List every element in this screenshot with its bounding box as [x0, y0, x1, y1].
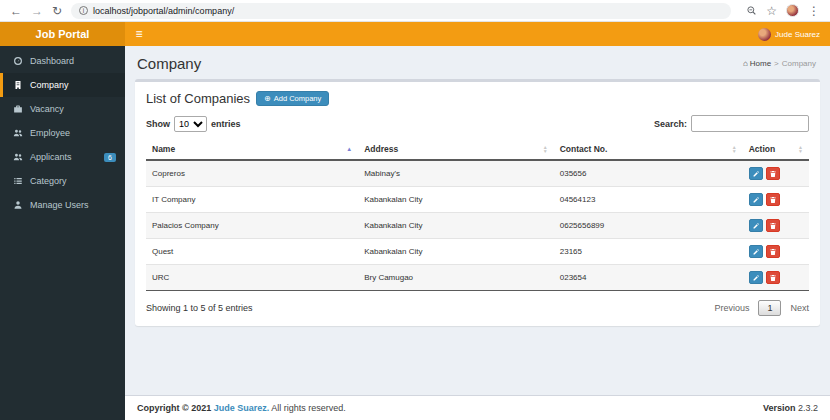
users-icon [13, 152, 23, 162]
edit-button[interactable] [749, 271, 763, 284]
address-bar[interactable]: i localhost/jobportal/admin/company/ [71, 3, 731, 19]
cell-address: Bry Camugao [358, 265, 554, 291]
cell-name: Palacios Company [146, 213, 358, 239]
browser-toolbar: ← → ↻ i localhost/jobportal/admin/compan… [0, 0, 830, 22]
trash-icon [769, 170, 777, 178]
author-link[interactable]: Jude Suarez. [214, 403, 270, 413]
breadcrumb-home-link[interactable]: ⌂ Home [743, 59, 771, 68]
sidebar-item-employee[interactable]: Employee [0, 121, 125, 145]
row-actions [749, 245, 803, 258]
previous-page-button[interactable]: Previous [714, 303, 749, 313]
reload-icon[interactable]: ↻ [52, 5, 62, 17]
search-label: Search: [654, 119, 687, 129]
sort-icon: ▲▼ [798, 145, 803, 154]
rights-text: All rights reserved. [271, 403, 346, 413]
table-header-row: Name ▲ Address ▲▼ Contac [146, 139, 809, 160]
delete-button[interactable] [766, 271, 780, 284]
edit-icon [752, 274, 760, 282]
version-text: Version 2.3.2 [763, 403, 818, 413]
cell-name: IT Company [146, 187, 358, 213]
page-length-select[interactable]: 10 [174, 116, 207, 132]
version-number: 2.3.2 [798, 403, 818, 413]
entries-info: Showing 1 to 5 of 5 entries [146, 303, 253, 313]
bookmark-star-icon[interactable]: ☆ [766, 5, 777, 17]
column-header-name[interactable]: Name ▲ [146, 139, 358, 160]
sidebar-item-vacancy[interactable]: Vacancy [0, 97, 125, 121]
column-header-action[interactable]: Action ▲▼ [743, 139, 809, 160]
row-actions [749, 193, 803, 206]
sort-ascending-icon: ▲ [346, 146, 352, 152]
page-number-button[interactable]: 1 [758, 300, 781, 316]
search-control: Search: [654, 115, 809, 132]
column-header-contact[interactable]: Contact No. ▲▼ [554, 139, 743, 160]
entries-label: entries [211, 119, 241, 129]
list-icon [13, 176, 23, 186]
cell-contact: 04564123 [554, 187, 743, 213]
browser-profile-avatar[interactable] [786, 4, 799, 17]
cell-contact: 23165 [554, 239, 743, 265]
row-actions [749, 271, 803, 284]
delete-button[interactable] [766, 245, 780, 258]
table-row: Palacios Company Kabankalan City 0625656… [146, 213, 809, 239]
edit-icon [752, 248, 760, 256]
column-header-label: Address [364, 144, 398, 154]
delete-button[interactable] [766, 193, 780, 206]
table-row: Quest Kabankalan City 23165 [146, 239, 809, 265]
user-menu[interactable]: Jude Suarez [748, 22, 830, 46]
plus-circle-icon: ⊕ [264, 95, 271, 103]
sidebar-item-company[interactable]: Company [0, 73, 125, 97]
applicants-count-badge: 6 [104, 153, 116, 162]
add-company-button[interactable]: ⊕ Add Company [256, 91, 329, 106]
sidebar-toggle-icon[interactable]: ≡ [125, 22, 153, 46]
search-input[interactable] [691, 115, 809, 132]
trash-icon [769, 248, 777, 256]
sort-icon: ▲▼ [732, 145, 737, 154]
cell-name: URC [146, 265, 358, 291]
page-title: Company [137, 55, 201, 72]
sort-icon: ▲▼ [543, 145, 548, 154]
cell-name: Copreros [146, 160, 358, 187]
site-info-icon[interactable]: i [79, 6, 88, 15]
companies-table: Name ▲ Address ▲▼ Contac [146, 139, 809, 291]
breadcrumb-separator: > [774, 59, 779, 68]
trash-icon [769, 274, 777, 282]
copyright-label: Copyright © 2021 [137, 403, 211, 413]
next-page-button[interactable]: Next [790, 303, 809, 313]
forward-icon[interactable]: → [31, 5, 43, 17]
sidebar-item-dashboard[interactable]: Dashboard [0, 49, 125, 73]
cell-contact: 023654 [554, 265, 743, 291]
copyright-text: Copyright © 2021 Jude Suarez. All rights… [137, 403, 346, 413]
delete-button[interactable] [766, 219, 780, 232]
cell-contact: 035656 [554, 160, 743, 187]
companies-card: List of Companies ⊕ Add Company Show 10 … [135, 79, 820, 326]
cell-address: Mabinay's [358, 160, 554, 187]
home-icon: ⌂ [743, 59, 748, 68]
sidebar-item-label: Category [30, 176, 67, 186]
version-label: Version [763, 403, 796, 413]
page-length-control: Show 10 entries [146, 116, 241, 132]
zoom-icon[interactable] [746, 5, 757, 16]
column-header-address[interactable]: Address ▲▼ [358, 139, 554, 160]
edit-button[interactable] [749, 193, 763, 206]
row-actions [749, 167, 803, 180]
cell-address: Kabankalan City [358, 213, 554, 239]
edit-button[interactable] [749, 245, 763, 258]
sidebar-item-manage-users[interactable]: Manage Users [0, 193, 125, 217]
browser-menu-icon[interactable]: ⋮ [808, 5, 820, 17]
app-navbar: Job Portal ≡ Jude Suarez [0, 22, 830, 46]
edit-button[interactable] [749, 219, 763, 232]
dashboard-icon [13, 56, 23, 66]
sidebar-item-category[interactable]: Category [0, 169, 125, 193]
back-icon[interactable]: ← [10, 5, 22, 17]
sidebar-item-applicants[interactable]: Applicants 6 [0, 145, 125, 169]
edit-button[interactable] [749, 167, 763, 180]
edit-icon [752, 170, 760, 178]
url-text: localhost/jobportal/admin/company/ [93, 6, 234, 16]
main-content: Company ⌂ Home > Company List of Compani… [125, 46, 830, 420]
pagination: Previous 1 Next [714, 300, 809, 316]
delete-button[interactable] [766, 167, 780, 180]
cell-contact: 0625656899 [554, 213, 743, 239]
breadcrumb: ⌂ Home > Company [743, 59, 816, 68]
brand-logo[interactable]: Job Portal [0, 22, 125, 46]
card-title: List of Companies [146, 91, 250, 106]
